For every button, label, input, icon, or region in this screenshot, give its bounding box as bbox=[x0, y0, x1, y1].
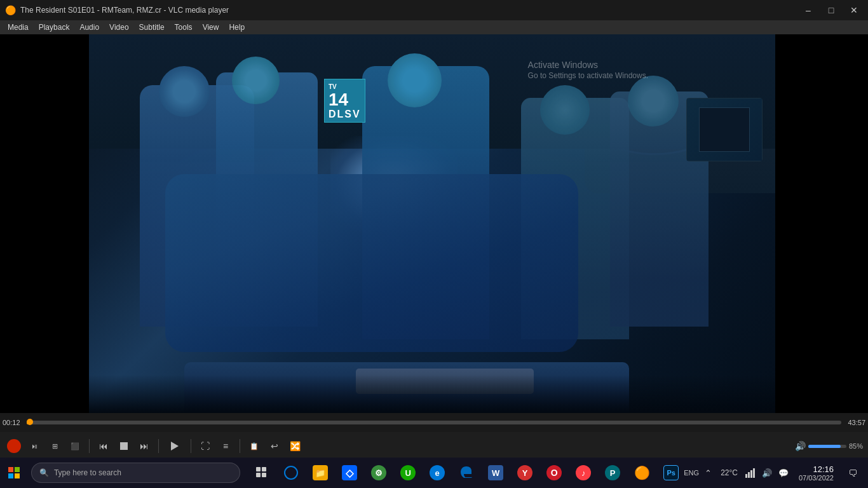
photoshop-icon: Ps bbox=[663, 465, 679, 480]
maximize-button[interactable]: □ bbox=[822, 4, 840, 17]
teal-app-icon: P bbox=[605, 465, 620, 480]
edge-chromium-button[interactable]: e bbox=[423, 458, 451, 488]
clock-time: 12:16 bbox=[799, 464, 834, 474]
progress-handle[interactable] bbox=[27, 419, 33, 425]
task-view-icon bbox=[256, 467, 268, 478]
window-controls: – □ ✕ bbox=[799, 4, 863, 17]
tv-rating-badge: TV 14 DLSV bbox=[324, 79, 365, 123]
system-clock[interactable]: 12:16 07/03/2022 bbox=[794, 464, 839, 482]
rating-letters: DLSV bbox=[329, 109, 361, 119]
menu-media[interactable]: Media bbox=[3, 20, 34, 34]
upwork-icon: U bbox=[400, 465, 416, 480]
network-icon[interactable] bbox=[744, 458, 757, 488]
rating-number: 14 bbox=[329, 91, 361, 109]
svg-rect-12 bbox=[753, 468, 755, 478]
record-button[interactable] bbox=[5, 437, 23, 455]
word-button[interactable]: W bbox=[482, 458, 510, 488]
clock-date: 07/03/2022 bbox=[799, 474, 834, 482]
loop-button[interactable]: ↩ bbox=[266, 437, 283, 455]
file-explorer-icon: 📁 bbox=[313, 465, 328, 480]
upwork-button[interactable]: U bbox=[394, 458, 422, 488]
progress-bar[interactable] bbox=[27, 421, 842, 424]
svg-rect-1 bbox=[15, 467, 20, 472]
keyboard-indicator[interactable]: ENG bbox=[685, 458, 698, 488]
next-button[interactable]: ⏭ bbox=[135, 437, 153, 455]
volume-bar[interactable] bbox=[808, 445, 846, 448]
separator-4 bbox=[240, 439, 240, 453]
menu-view[interactable]: View bbox=[198, 20, 224, 34]
menu-bar: Media Playback Audio Video Subtitle Tool… bbox=[0, 20, 868, 34]
search-bar[interactable]: 🔍 Type here to search bbox=[31, 463, 240, 483]
menu-help[interactable]: Help bbox=[224, 20, 250, 34]
volume-tray-icon[interactable]: 🔊 bbox=[761, 458, 773, 488]
edge-icon bbox=[459, 466, 473, 480]
file-explorer-button[interactable]: 📁 bbox=[306, 458, 334, 488]
previous-button[interactable]: ⏮ bbox=[95, 437, 112, 455]
volume-icon: 🔊 bbox=[795, 441, 806, 451]
edge-button[interactable] bbox=[452, 458, 480, 488]
stop-icon bbox=[120, 442, 128, 450]
unknown-red-icon: Y bbox=[517, 465, 532, 480]
media-mode-3[interactable]: ⬛ bbox=[66, 437, 84, 455]
network-indicator bbox=[745, 468, 756, 478]
opera-button[interactable]: O bbox=[540, 458, 568, 488]
play-button[interactable] bbox=[164, 435, 186, 457]
close-button[interactable]: ✕ bbox=[845, 4, 863, 17]
play-icon bbox=[171, 442, 179, 451]
or-monitor-1 bbox=[686, 98, 763, 161]
time-current: 00:12 bbox=[3, 419, 20, 426]
media-mode-1[interactable]: ⏯ bbox=[25, 437, 43, 455]
weather-indicator[interactable]: 22°C bbox=[718, 458, 740, 488]
title-bar: 🟠 The Resident S01E01 - RMTeam, RMZ.cr -… bbox=[0, 0, 868, 20]
unknown-red-button[interactable]: Y bbox=[511, 458, 539, 488]
svg-rect-9 bbox=[745, 474, 747, 478]
record-icon bbox=[7, 439, 21, 453]
tray-overflow-button[interactable]: ⌃ bbox=[702, 458, 714, 488]
dropbox-button[interactable]: ◇ bbox=[336, 458, 363, 488]
svg-rect-5 bbox=[262, 467, 266, 471]
volume-percentage: 85% bbox=[849, 442, 863, 450]
volume-section: 🔊 85% bbox=[795, 441, 863, 451]
menu-subtitle[interactable]: Subtitle bbox=[134, 20, 170, 34]
shuffle-button[interactable]: 🔀 bbox=[286, 437, 304, 455]
video-area[interactable]: TV 14 DLSV Activate Windows Go to Settin… bbox=[0, 34, 868, 413]
edge-chromium-icon: e bbox=[430, 465, 445, 480]
menu-video[interactable]: Video bbox=[104, 20, 133, 34]
temperature-label: 22°C bbox=[721, 468, 738, 477]
volume-fill bbox=[808, 445, 841, 448]
cortana-button[interactable] bbox=[277, 458, 305, 488]
minimize-button[interactable]: – bbox=[799, 4, 817, 17]
action-center-icon[interactable]: 💬 bbox=[777, 458, 790, 488]
menu-audio[interactable]: Audio bbox=[74, 20, 104, 34]
vlc-taskbar-icon: 🟠 bbox=[634, 465, 650, 480]
title-left: 🟠 The Resident S01E01 - RMTeam, RMZ.cr -… bbox=[5, 5, 229, 15]
extended-settings-button[interactable]: ≡ bbox=[217, 437, 234, 455]
menu-playback[interactable]: Playback bbox=[34, 20, 75, 34]
media-mode-2[interactable]: ⊞ bbox=[46, 437, 64, 455]
word-icon: W bbox=[488, 465, 503, 480]
window-title: The Resident S01E01 - RMTeam, RMZ.cr - V… bbox=[20, 6, 229, 15]
floor-shadow bbox=[89, 375, 775, 413]
start-button[interactable] bbox=[0, 458, 29, 488]
search-icon: 🔍 bbox=[39, 468, 49, 477]
stop-button[interactable] bbox=[115, 437, 133, 455]
vlc-taskbar-button[interactable]: 🟠 bbox=[628, 458, 656, 488]
opera-icon: O bbox=[546, 465, 562, 480]
scheduler-button[interactable]: ⚙ bbox=[365, 458, 393, 488]
letterbox-right bbox=[778, 34, 868, 413]
svg-rect-7 bbox=[262, 473, 266, 477]
menu-tools[interactable]: Tools bbox=[170, 20, 198, 34]
task-view-button[interactable] bbox=[248, 458, 276, 488]
photoshop-button[interactable]: Ps bbox=[657, 458, 685, 488]
fullscreen-button[interactable]: ⛶ bbox=[196, 437, 214, 455]
itunes-button[interactable]: ♪ bbox=[569, 458, 597, 488]
video-canvas: TV 14 DLSV Activate Windows Go to Settin… bbox=[89, 34, 775, 413]
teal-app-button[interactable]: P bbox=[599, 458, 627, 488]
notification-button[interactable]: 🗨 bbox=[843, 458, 863, 488]
vlc-logo-icon: 🟠 bbox=[5, 5, 15, 15]
search-placeholder: Type here to search bbox=[54, 468, 121, 477]
dropbox-icon: ◇ bbox=[342, 465, 357, 480]
controls-buttons: ⏯ ⊞ ⬛ ⏮ ⏭ ⛶ ≡ 📋 ↩ 🔀 🔊 85% bbox=[0, 432, 868, 460]
tv-rating-box: TV 14 DLSV bbox=[324, 79, 365, 123]
playlist-button[interactable]: 📋 bbox=[245, 437, 263, 455]
